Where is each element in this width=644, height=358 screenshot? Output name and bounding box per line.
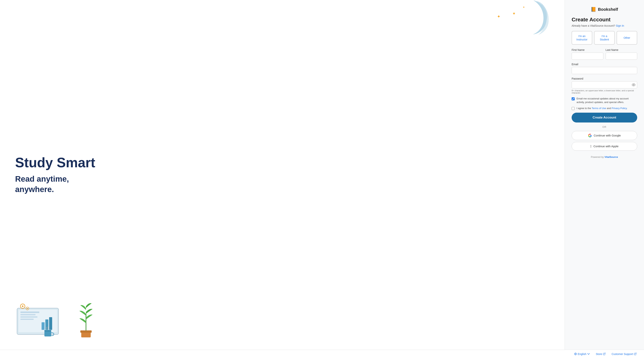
left-panel: ✦ ★ ✦ Study Smart Read anytime, anywhere… [0, 0, 565, 350]
svg-rect-4 [20, 312, 39, 313]
terms-label[interactable]: I agree to the Terms of Use and Privacy … [576, 106, 627, 110]
password-toggle-btn[interactable] [632, 84, 635, 86]
svg-rect-5 [20, 314, 36, 315]
google-signin-button[interactable]: Continue with Google [572, 131, 637, 140]
external-link-icon-2 [634, 353, 636, 355]
privacy-link[interactable]: Privacy Policy [612, 107, 627, 110]
customer-support-label: Customer Support [612, 352, 633, 356]
form-title: Create Account [572, 17, 637, 23]
first-name-group: First Name [572, 48, 603, 60]
star-decoration-1: ✦ [497, 14, 500, 19]
or-divider: OR [572, 126, 637, 128]
customer-support-link[interactable]: Customer Support [612, 352, 636, 356]
password-hint: 8+ characters, an uppercase letter, a lo… [572, 90, 637, 94]
role-instructor-btn[interactable]: I'm anInstructor [572, 31, 592, 44]
password-input[interactable] [572, 81, 637, 88]
email-group: Email [572, 63, 637, 74]
password-group: Password 8+ characters, an uppercase let… [572, 77, 637, 94]
password-wrapper [572, 81, 637, 88]
role-student-btn[interactable]: I'm aStudent [594, 31, 615, 44]
globe-icon [574, 353, 577, 355]
store-link[interactable]: Store [596, 352, 606, 356]
hero-subtitle: Read anytime, anywhere. [15, 174, 550, 194]
right-panel: 📙 Bookshelf Create Account Already have … [565, 0, 644, 350]
last-name-label: Last Name [606, 48, 638, 52]
last-name-group: Last Name [606, 48, 638, 60]
google-btn-label: Continue with Google [594, 134, 621, 137]
terms-link[interactable]: Terms of Use [592, 107, 606, 110]
brand-icon: 📙 [591, 7, 596, 12]
moon-decoration [512, 0, 550, 37]
password-label: Password [572, 77, 637, 80]
email-updates-checkbox[interactable] [572, 97, 575, 100]
brand-name: Bookshelf [598, 7, 618, 12]
star-decoration-3: ✦ [523, 6, 525, 9]
terms-group: I agree to the Terms of Use and Privacy … [572, 106, 637, 110]
first-name-label: First Name [572, 48, 603, 52]
apple-signin-button[interactable]:  Continue with Apple [572, 142, 637, 151]
first-name-input[interactable] [572, 52, 603, 60]
language-selector[interactable]: English [574, 352, 590, 356]
apple-icon:  [590, 144, 592, 148]
svg-rect-15 [44, 331, 51, 336]
email-updates-group: Email me occasional updates about my acc… [572, 97, 637, 104]
svg-rect-8 [42, 322, 44, 330]
last-name-input[interactable] [606, 52, 638, 60]
name-row: First Name Last Name [572, 48, 637, 60]
svg-point-20 [633, 84, 634, 86]
google-icon [588, 134, 592, 138]
email-input[interactable] [572, 67, 637, 74]
hero-title: Study Smart [15, 155, 550, 170]
email-label: Email [572, 63, 637, 66]
eye-icon [632, 84, 635, 86]
store-label: Store [596, 352, 602, 356]
svg-rect-6 [20, 316, 38, 318]
terms-checkbox[interactable] [572, 107, 575, 110]
sign-in-prompt: Already have a VitalSource Account? Sign… [572, 24, 637, 27]
computer-illustration [11, 300, 64, 338]
brand-header: 📙 Bookshelf [572, 7, 637, 12]
svg-rect-18 [80, 330, 92, 333]
svg-rect-16 [44, 330, 51, 332]
illustration-area [11, 300, 96, 338]
bottom-bar: English Store Customer Support [0, 350, 644, 358]
external-link-icon [603, 353, 606, 355]
svg-rect-10 [49, 317, 52, 330]
role-buttons: I'm anInstructor I'm aStudent Other [572, 31, 637, 44]
sign-in-link[interactable]: Sign In [616, 24, 624, 27]
svg-point-12 [22, 306, 24, 307]
apple-btn-label: Continue with Apple [593, 144, 618, 148]
svg-rect-7 [20, 319, 34, 320]
email-updates-label[interactable]: Email me occasional updates about my acc… [576, 97, 637, 104]
role-other-btn[interactable]: Other [616, 31, 637, 44]
powered-by: Powered by VitalSource [572, 156, 637, 158]
chevron-down-icon [587, 353, 590, 355]
create-account-button[interactable]: Create Account [572, 113, 637, 122]
language-label: English [578, 352, 586, 356]
svg-point-14 [27, 308, 28, 309]
star-decoration-2: ★ [512, 11, 516, 16]
plant-illustration [76, 302, 96, 338]
